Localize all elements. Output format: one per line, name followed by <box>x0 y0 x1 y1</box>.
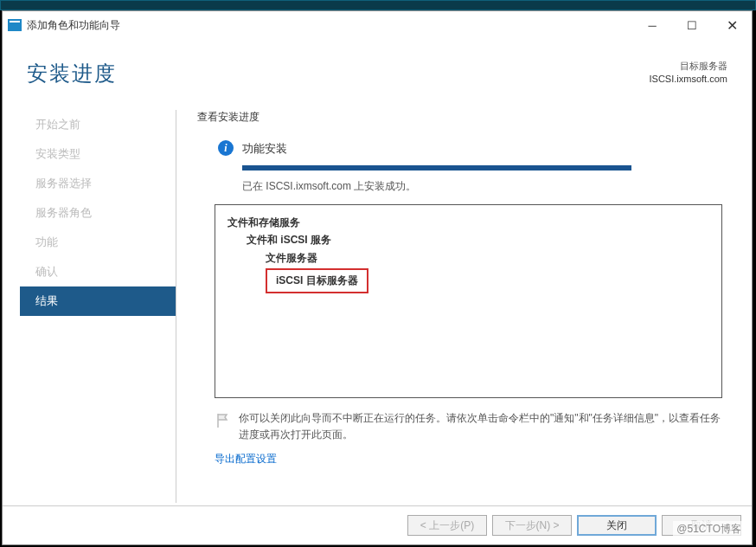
window-close-button[interactable]: ✕ <box>712 12 752 38</box>
sidebar-item-confirm: 确认 <box>20 257 176 286</box>
sidebar-item-results[interactable]: 结果 <box>20 286 176 316</box>
flag-icon <box>215 412 232 429</box>
app-icon <box>8 19 22 31</box>
feature-results-box: 文件和存储服务 文件和 iSCSI 服务 文件服务器 iSCSI 目标服务器 <box>215 204 722 398</box>
page-title: 安装进度 <box>27 60 117 87</box>
maximize-button[interactable]: ☐ <box>672 12 712 38</box>
progress-bar <box>242 165 631 171</box>
watermark: @51CTO博客 <box>673 521 745 537</box>
success-message: 已在 ISCSI.ixmsoft.com 上安装成功。 <box>242 179 727 194</box>
button-bar: < 上一步(P) 下一步(N) > 关闭 取消 <box>3 505 752 544</box>
window-title: 添加角色和功能向导 <box>27 18 632 33</box>
sidebar-item-before-begin: 开始之前 <box>20 110 176 139</box>
prev-button: < 上一步(P) <box>407 515 487 536</box>
sidebar-item-features: 功能 <box>20 228 176 257</box>
minimize-button[interactable]: ─ <box>632 12 672 38</box>
header: 安装进度 目标服务器 ISCSI.ixmsoft.com <box>3 39 752 94</box>
section-label: 查看安装进度 <box>197 110 727 125</box>
info-icon: i <box>218 140 234 156</box>
main-content: 查看安装进度 i 功能安装 已在 ISCSI.ixmsoft.com 上安装成功… <box>176 94 752 510</box>
close-note: 你可以关闭此向导而不中断正在运行的任务。请依次单击命令栏中的"通知"和"任务详细… <box>239 410 722 443</box>
feature-l3-iscsi-target: iSCSI 目标服务器 <box>266 268 368 293</box>
sidebar-item-install-type: 安装类型 <box>20 139 176 169</box>
target-label: 目标服务器 <box>650 60 727 73</box>
wizard-window: 添加角色和功能向导 ─ ☐ ✕ 安装进度 目标服务器 ISCSI.ixmsoft… <box>2 10 753 545</box>
sidebar-item-server-roles: 服务器角色 <box>20 198 176 228</box>
feature-l2: 文件和 iSCSI 服务 <box>247 231 709 248</box>
next-button: 下一步(N) > <box>492 515 572 536</box>
target-server-info: 目标服务器 ISCSI.ixmsoft.com <box>650 60 727 87</box>
titlebar: 添加角色和功能向导 ─ ☐ ✕ <box>3 11 752 39</box>
export-config-link[interactable]: 导出配置设置 <box>215 452 727 467</box>
target-server-name: ISCSI.ixmsoft.com <box>650 73 727 86</box>
sidebar-item-server-select: 服务器选择 <box>20 169 176 198</box>
feature-l1: 文件和存储服务 <box>227 214 709 231</box>
close-button[interactable]: 关闭 <box>577 515 657 536</box>
feature-l3-fileserver: 文件服务器 <box>266 249 709 267</box>
sidebar: 开始之前 安装类型 服务器选择 服务器角色 功能 确认 结果 <box>20 94 176 510</box>
status-text: 功能安装 <box>242 140 287 157</box>
